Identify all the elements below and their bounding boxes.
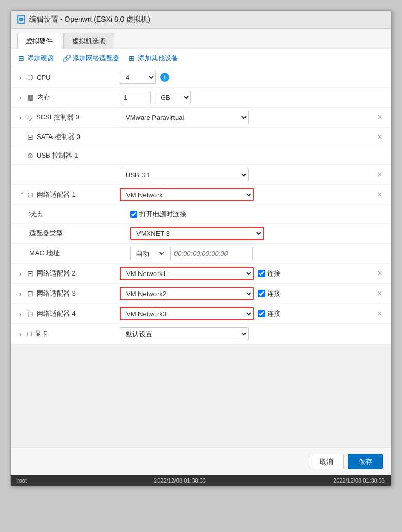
- add-device-button[interactable]: ⊞ 添加其他设备: [128, 54, 178, 63]
- net-adapter-type-label: 适配器类型: [29, 229, 63, 238]
- net-adapter2-expand-icon[interactable]: ›: [19, 270, 25, 278]
- cpu-label-container: › ⬡ CPU: [17, 73, 120, 81]
- net-adapter3-label: 网络适配器 3: [37, 289, 76, 298]
- net-adapter3-expand-icon[interactable]: ›: [19, 290, 25, 298]
- display-label-container: › □ 显卡: [17, 329, 120, 338]
- net-adapter3-content: VM Network2 VM Network VM Network1 VM Ne…: [120, 287, 375, 300]
- memory-row: › ▦ 内存 1 GB MB: [11, 88, 391, 108]
- net-adapter3-network-select[interactable]: VM Network2 VM Network VM Network1 VM Ne…: [120, 287, 254, 300]
- usb-version-select[interactable]: USB 3.1 USB 2.0: [120, 168, 249, 181]
- display-setting-select[interactable]: 默认设置: [120, 327, 249, 340]
- scsi-close-icon[interactable]: ×: [375, 113, 385, 122]
- sata-close-icon[interactable]: ×: [375, 132, 385, 142]
- save-button[interactable]: 保存: [348, 454, 383, 469]
- memory-input[interactable]: 1: [120, 91, 151, 104]
- sata-label-container: ⊟ SATA 控制器 0: [17, 132, 120, 142]
- add-disk-label: 添加硬盘: [27, 54, 54, 63]
- memory-expand-icon[interactable]: ›: [19, 94, 25, 101]
- net-adapter3-connect: 连接: [258, 289, 281, 298]
- status-user: root: [17, 477, 27, 484]
- net-status-label-container: 状态: [27, 210, 130, 219]
- memory-content: 1 GB MB: [120, 91, 385, 104]
- display-device-icon: □: [27, 330, 31, 338]
- display-row: › □ 显卡 默认设置: [11, 324, 391, 344]
- net-adapter4-connect: 连接: [258, 309, 281, 318]
- usb-label: USB 控制器 1: [37, 151, 78, 160]
- net-adapter4-connect-checkbox[interactable]: [258, 310, 265, 317]
- net-adapter4-network-select[interactable]: VM Network3 VM Network VM Network1 VM Ne…: [120, 307, 254, 320]
- mac-address-input[interactable]: [170, 247, 253, 260]
- net-adapter3-close-icon[interactable]: ×: [375, 289, 385, 298]
- net-status-checkbox[interactable]: [130, 211, 137, 218]
- display-expand-icon[interactable]: ›: [19, 330, 25, 338]
- window-icon: [17, 15, 25, 24]
- usb-close-icon[interactable]: ×: [375, 170, 385, 179]
- window-title: 编辑设置 - Openwrt (ESXi 8.0 虚拟机): [29, 15, 150, 24]
- net-adapter4-label-container: › ⊟ 网络适配器 4: [17, 309, 120, 318]
- usb-type-content: USB 3.1 USB 2.0: [120, 168, 375, 181]
- net-adapter3-row: › ⊟ 网络适配器 3 VM Network2 VM Network VM Ne…: [11, 284, 391, 304]
- mac-row: MAC 地址 自动 手动: [11, 244, 391, 264]
- mac-auto-select[interactable]: 自动 手动: [130, 247, 166, 260]
- net-adapter3-connect-label: 连接: [267, 289, 281, 298]
- net-adapter1-row: › ⊟ 网络适配器 1 VM Network VM Network1 VM Ne…: [11, 185, 391, 205]
- display-content: 默认设置: [120, 327, 385, 340]
- add-disk-button[interactable]: ⊟ 添加硬盘: [17, 54, 54, 63]
- memory-device-icon: ▦: [27, 93, 34, 101]
- cpu-expand-icon[interactable]: ›: [19, 74, 25, 81]
- net-adapter2-network-select[interactable]: VM Network1 VM Network VM Network2 VM Ne…: [120, 267, 254, 280]
- tab-vm-options[interactable]: 虚拟机选项: [63, 33, 114, 49]
- cpu-count-select[interactable]: 4 1 2 8: [120, 71, 156, 84]
- net-adapter2-connect-checkbox[interactable]: [258, 270, 265, 277]
- status-time-right: 2022/12/08 01:38:33: [333, 477, 385, 484]
- network-icon: 🔗: [62, 54, 71, 62]
- sata-row: ⊟ SATA 控制器 0 ×: [11, 128, 391, 146]
- net-adapter4-content: VM Network3 VM Network VM Network1 VM Ne…: [120, 307, 375, 320]
- net-adapter-type-row: 适配器类型 VMXNET 3 E1000 E1000e: [11, 224, 391, 244]
- net-adapter4-close-icon[interactable]: ×: [375, 309, 385, 318]
- sata-device-icon: ⊟: [27, 133, 33, 141]
- usb-type-row: USB 3.1 USB 2.0 ×: [11, 165, 391, 185]
- usb-row: ⊕ USB 控制器 1: [11, 146, 391, 165]
- net-adapter3-connect-checkbox[interactable]: [258, 290, 265, 297]
- scsi-controller-select[interactable]: VMware Paravirtual LSI Logic SAS LSI Log…: [120, 111, 249, 124]
- main-window: 编辑设置 - Openwrt (ESXi 8.0 虚拟机) 虚拟硬件 虚拟机选项…: [10, 10, 392, 486]
- add-device-label: 添加其他设备: [138, 54, 178, 63]
- mac-label: MAC 地址: [29, 249, 60, 258]
- add-network-button[interactable]: 🔗 添加网络适配器: [62, 54, 119, 63]
- net-adapter1-network-select[interactable]: VM Network VM Network1 VM Network2 VM Ne…: [120, 188, 254, 201]
- usb-device-icon: ⊕: [27, 151, 33, 160]
- tab-bar: 虚拟硬件 虚拟机选项: [11, 29, 391, 49]
- memory-label: 内存: [37, 93, 50, 102]
- add-network-label: 添加网络适配器: [73, 54, 119, 63]
- net-adapter4-connect-label: 连接: [267, 309, 281, 318]
- net-adapter4-expand-icon[interactable]: ›: [19, 310, 25, 318]
- net-adapter1-close-icon[interactable]: ×: [375, 190, 385, 199]
- device-icon: ⊞: [128, 54, 136, 62]
- memory-unit-select[interactable]: GB MB: [155, 91, 191, 104]
- scsi-label-container: › ◇ SCSI 控制器 0: [17, 113, 120, 122]
- cpu-row: › ⬡ CPU 4 1 2 8 i: [11, 67, 391, 88]
- title-bar: 编辑设置 - Openwrt (ESXi 8.0 虚拟机): [11, 11, 391, 29]
- net-adapter2-content: VM Network1 VM Network VM Network2 VM Ne…: [120, 267, 375, 280]
- net-adapter1-label-container: › ⊟ 网络适配器 1: [17, 190, 120, 199]
- net-adapter2-device-icon: ⊟: [27, 269, 33, 278]
- svg-rect-0: [19, 17, 24, 21]
- net-adapter-type-label-container: 适配器类型: [27, 229, 130, 238]
- net-adapter4-label: 网络适配器 4: [37, 309, 76, 318]
- footer: 取消 保存: [11, 447, 391, 475]
- tab-virtual-hardware[interactable]: 虚拟硬件: [17, 33, 61, 49]
- net-status-content: 打开电源时连接: [130, 210, 385, 219]
- cancel-button[interactable]: 取消: [309, 454, 344, 469]
- cpu-info-icon[interactable]: i: [160, 73, 169, 82]
- net-adapter1-expand-icon[interactable]: ›: [19, 192, 26, 198]
- net-adapter2-label-container: › ⊟ 网络适配器 2: [17, 269, 120, 278]
- usb-label-container: ⊕ USB 控制器 1: [17, 151, 120, 160]
- scsi-device-icon: ◇: [27, 113, 33, 122]
- scsi-content: VMware Paravirtual LSI Logic SAS LSI Log…: [120, 111, 375, 124]
- scsi-expand-icon[interactable]: ›: [19, 114, 25, 122]
- net-adapter1-label: 网络适配器 1: [37, 190, 76, 199]
- net-status-row: 状态 打开电源时连接: [11, 205, 391, 224]
- net-adapter-type-select[interactable]: VMXNET 3 E1000 E1000e: [130, 227, 264, 240]
- net-adapter2-close-icon[interactable]: ×: [375, 269, 385, 278]
